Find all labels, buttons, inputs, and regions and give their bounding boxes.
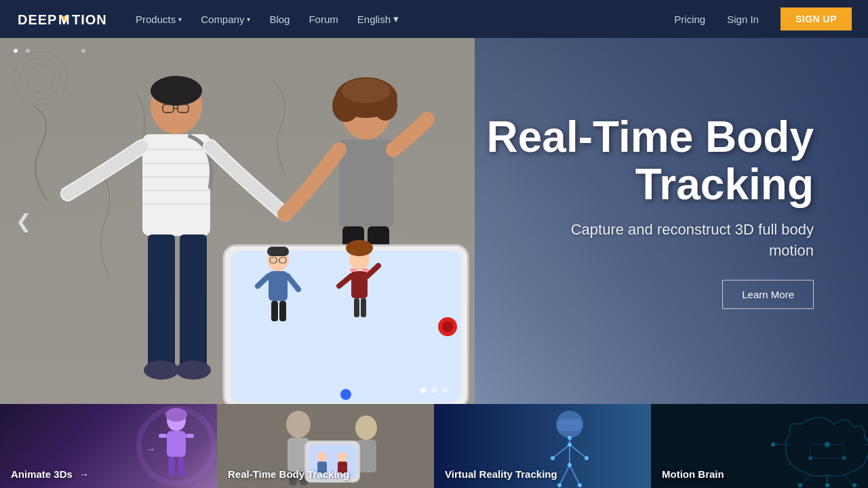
tile-4-label-row: Motion Brain (662, 468, 724, 480)
svg-point-93 (585, 456, 589, 460)
slide-dot-2[interactable] (431, 388, 437, 393)
tile-vr-tracking[interactable]: Virtual Reality Tracking (434, 404, 651, 488)
dot-1 (14, 49, 18, 53)
hero-dots-topmid (81, 49, 85, 53)
tile-1-arrow: → (79, 469, 89, 480)
svg-point-114 (842, 456, 846, 460)
tile-3-label: Virtual Reality Tracking (445, 468, 557, 480)
tile-4-label: Motion Brain (662, 468, 724, 480)
svg-point-72 (355, 415, 377, 440)
svg-point-106 (771, 443, 775, 447)
svg-text:M: M (58, 12, 70, 27)
svg-point-92 (551, 456, 555, 460)
svg-text:TION: TION (72, 12, 107, 27)
nav-products[interactable]: Products ▾ (136, 14, 182, 25)
svg-rect-53 (354, 298, 359, 317)
svg-rect-60 (159, 434, 167, 438)
svg-text:→: → (145, 443, 156, 455)
svg-rect-45 (279, 301, 286, 321)
tile-1-illustration: → (136, 404, 217, 488)
hero-title: Real-Time Body Tracking (487, 113, 814, 209)
svg-point-94 (568, 463, 572, 467)
svg-rect-61 (186, 434, 194, 438)
svg-rect-39 (267, 247, 289, 256)
svg-point-90 (568, 436, 572, 440)
svg-point-103 (825, 483, 829, 487)
nav-company[interactable]: Company ▾ (201, 14, 250, 25)
slider-prev-button[interactable]: ❮ (8, 206, 38, 236)
nav-pricing[interactable]: Pricing (674, 14, 705, 25)
language-chevron-icon: ▾ (393, 13, 399, 25)
svg-rect-34 (231, 251, 461, 403)
svg-point-105 (852, 483, 856, 487)
svg-point-113 (808, 456, 812, 460)
nav-language[interactable]: English ▾ (357, 13, 399, 25)
products-chevron-icon: ▾ (178, 16, 182, 23)
svg-rect-63 (178, 457, 184, 476)
dot-3 (81, 49, 85, 53)
svg-text:DEEP: DEEP (18, 12, 57, 27)
company-chevron-icon: ▾ (247, 16, 250, 23)
phone-mockup-area (210, 239, 481, 404)
svg-rect-83 (557, 419, 582, 431)
hero-subtitle: Capture and reconstruct 3D full bodymoti… (487, 220, 814, 262)
svg-point-104 (798, 483, 802, 487)
svg-point-95 (557, 483, 561, 487)
svg-rect-54 (361, 298, 366, 317)
svg-point-96 (578, 483, 582, 487)
svg-rect-59 (167, 431, 186, 457)
navbar: DEEP TION M Products ▾ Company ▾ Blog Fo… (0, 0, 868, 38)
svg-point-37 (340, 389, 351, 400)
tile-motion-brain[interactable]: Motion Brain (651, 404, 868, 488)
sign-in-link[interactable]: Sign In (727, 14, 759, 25)
svg-point-68 (286, 411, 311, 438)
svg-point-76 (317, 452, 327, 462)
svg-point-78 (338, 452, 347, 462)
tile-animate-3d[interactable]: → Animate 3Ds → (0, 404, 217, 488)
nav-blog[interactable]: Blog (269, 14, 290, 25)
nav-right: Pricing Sign In SIGN UP (674, 7, 852, 30)
slide-dot-1[interactable] (420, 388, 426, 393)
hero-dots-topleft (14, 49, 30, 53)
svg-point-112 (825, 442, 830, 447)
tile-2-label: Real-Time Body Tracking (228, 468, 349, 480)
tile-realtime-body[interactable]: Real-Time Body Tracking (217, 404, 434, 488)
svg-rect-43 (269, 271, 288, 301)
learn-more-button[interactable]: Learn More (722, 280, 814, 309)
dot-2 (26, 49, 30, 53)
slider-dots (420, 388, 448, 393)
svg-point-49 (346, 240, 373, 256)
tile-1-label: Animate 3Ds (11, 468, 73, 480)
svg-rect-44 (271, 301, 278, 321)
svg-rect-52 (362, 268, 369, 272)
hero-text-block: Real-Time Body Tracking Capture and reco… (487, 113, 814, 309)
nav-items: Products ▾ Company ▾ Blog Forum English … (136, 13, 674, 25)
bottom-tiles: → Animate 3Ds → (0, 404, 868, 488)
hero-section: Real-Time Body Tracking Capture and reco… (0, 38, 868, 404)
slide-dot-3[interactable] (442, 388, 448, 393)
logo[interactable]: DEEP TION M (16, 7, 111, 31)
nav-forum[interactable]: Forum (309, 14, 338, 25)
svg-point-91 (568, 443, 572, 447)
svg-point-36 (442, 321, 453, 332)
tile-2-label-row: Real-Time Body Tracking (228, 468, 349, 480)
sign-up-button[interactable]: SIGN UP (781, 7, 852, 30)
svg-rect-62 (168, 457, 175, 476)
svg-rect-51 (350, 268, 357, 272)
tile-3-label-row: Virtual Reality Tracking (445, 468, 557, 480)
